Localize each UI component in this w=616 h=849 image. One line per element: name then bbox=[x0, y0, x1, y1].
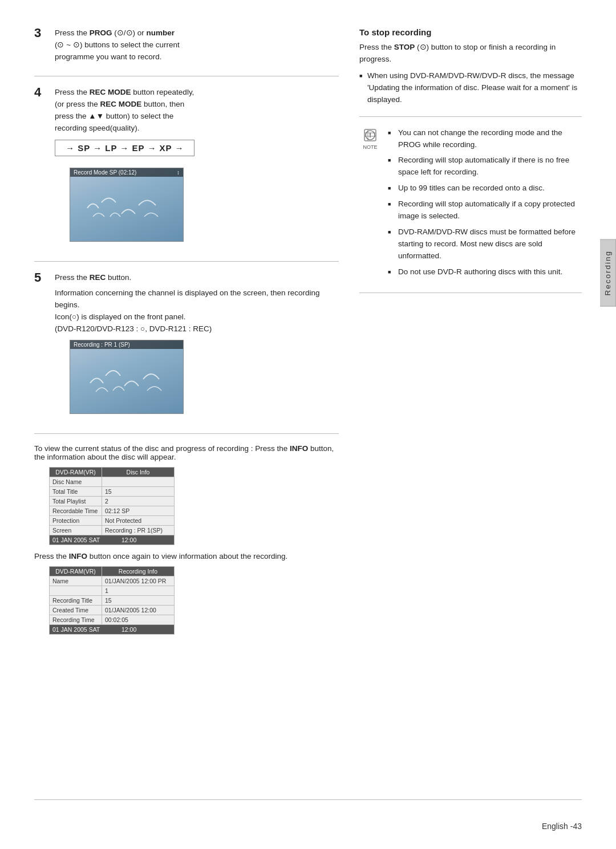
disc-table-header-left: DVD-RAM(VR) bbox=[50, 468, 102, 477]
table-row: Created Time 01/JAN/2005 12:00 bbox=[50, 606, 175, 615]
right-divider-1 bbox=[359, 116, 582, 117]
name-label-2 bbox=[50, 586, 102, 596]
footer-language: English bbox=[542, 822, 568, 831]
step-4-number: 4 bbox=[34, 86, 49, 99]
recording-sidebar-tab: Recording bbox=[600, 239, 616, 307]
info-paragraph: To view the current status of the disc a… bbox=[34, 444, 339, 461]
footer-divider bbox=[34, 799, 582, 800]
info-paragraph-2: Press the INFO button once again to view… bbox=[34, 552, 339, 560]
left-column: 3 Press the PROG (⊙/⊙) or number(⊙ ~ ⊙) … bbox=[34, 27, 339, 640]
table-row: Screen Recording : PR 1(SP) bbox=[50, 526, 175, 535]
footer-text: English -43 bbox=[542, 822, 582, 831]
birds-decoration-2 bbox=[82, 358, 173, 403]
note-icon bbox=[362, 127, 378, 143]
table-row: Total Title 15 bbox=[50, 487, 175, 497]
list-item: Do not use DVD-R authoring discs with th… bbox=[388, 266, 582, 278]
step-3-content: Press the PROG (⊙/⊙) or number(⊙ ~ ⊙) bu… bbox=[55, 27, 339, 63]
rec-info-table-wrap: DVD-RAM(VR) Recording Info Name 01/JAN/2… bbox=[49, 566, 175, 635]
step-3-number: 3 bbox=[34, 26, 49, 40]
mode-box: → SP → LP → EP → XP → bbox=[55, 140, 194, 156]
rec-table-header-right: Recording Info bbox=[102, 567, 174, 576]
table-row: Total Playlist 2 bbox=[50, 497, 175, 506]
divider-2 bbox=[34, 261, 339, 262]
svg-point-6 bbox=[370, 136, 371, 137]
screen-image-1: Record Mode SP (02:12) ↕ bbox=[70, 168, 184, 242]
screen-label: Screen bbox=[50, 526, 102, 535]
recording-time-label: Recording Time bbox=[50, 615, 102, 625]
screen-image-2: Recording : PR 1 (SP) bbox=[70, 340, 184, 414]
list-item: DVD-RAM/DVD-RW discs must be formatted b… bbox=[388, 226, 582, 262]
step-5-text: Press the REC button. bbox=[55, 272, 339, 284]
list-item: Recording will stop automatically if a c… bbox=[388, 198, 582, 222]
stop-recording-section: To stop recording Press the STOP (⊙) but… bbox=[359, 27, 582, 106]
disc-table-footer: 01 JAN 2005 SAT 12:00 bbox=[50, 535, 175, 545]
table-row: Recording Title 15 bbox=[50, 596, 175, 606]
table-row: 1 bbox=[50, 586, 175, 596]
screen-2-bar-text: Recording : PR 1 (SP) bbox=[74, 342, 130, 348]
note-content: You can not change the recording mode an… bbox=[388, 127, 582, 282]
divider-3 bbox=[34, 433, 339, 434]
step-5-content: Press the REC button. Information concer… bbox=[55, 272, 339, 421]
rec-title-value: 15 bbox=[102, 596, 174, 606]
disc-info-table-wrap: DVD-RAM(VR) Disc Info Disc Name Total Ti… bbox=[49, 467, 175, 545]
disc-name-value bbox=[102, 477, 174, 487]
step-3: 3 Press the PROG (⊙/⊙) or number(⊙ ~ ⊙) … bbox=[34, 27, 339, 63]
recordable-time-label: Recordable Time bbox=[50, 506, 102, 516]
step-4-text: Press the REC MODE button repeatedly,(or… bbox=[55, 87, 339, 135]
footer-page-number: -43 bbox=[570, 822, 582, 831]
note-block: NOTE You can not change the recording mo… bbox=[359, 127, 582, 282]
table-row: Disc Name bbox=[50, 477, 175, 487]
total-playlist-label: Total Playlist bbox=[50, 497, 102, 506]
rec-table-footer-row: 01 JAN 2005 SAT 12:00 bbox=[50, 625, 175, 635]
step-4: 4 Press the REC MODE button repeatedly,(… bbox=[34, 87, 339, 249]
name-label: Name bbox=[50, 576, 102, 586]
rec-table-footer: 01 JAN 2005 SAT 12:00 bbox=[50, 625, 175, 635]
step-5: 5 Press the REC button. Information conc… bbox=[34, 272, 339, 421]
page: 3 Press the PROG (⊙/⊙) or number(⊙ ~ ⊙) … bbox=[0, 0, 616, 849]
name-value: 01/JAN/2005 12:00 PR bbox=[102, 576, 174, 586]
table-row: Recording Time 00:02:05 bbox=[50, 615, 175, 625]
table-footer-row: 01 JAN 2005 SAT 12:00 bbox=[50, 535, 175, 545]
right-column: To stop recording Press the STOP (⊙) but… bbox=[359, 27, 582, 640]
list-item: Up to 99 titles can be recorded onto a d… bbox=[388, 182, 582, 194]
step-5-number: 5 bbox=[34, 271, 49, 285]
stop-bullets: When using DVD-RAM/DVD-RW/DVD-R discs, t… bbox=[359, 70, 582, 106]
recordable-time-value: 02:12 SP bbox=[102, 506, 174, 516]
note-label: NOTE bbox=[363, 144, 377, 150]
disc-name-label: Disc Name bbox=[50, 477, 102, 487]
note-icon-wrap: NOTE bbox=[359, 127, 381, 150]
screen-1-bar: Record Mode SP (02:12) ↕ bbox=[70, 168, 183, 177]
rec-table-header-left: DVD-RAM(VR) bbox=[50, 567, 102, 576]
page-footer: English -43 bbox=[0, 822, 616, 831]
created-time-value: 01/JAN/2005 12:00 bbox=[102, 606, 174, 615]
step-3-text: Press the PROG (⊙/⊙) or number(⊙ ~ ⊙) bu… bbox=[55, 27, 339, 63]
rec-info-table: DVD-RAM(VR) Recording Info Name 01/JAN/2… bbox=[49, 566, 175, 635]
disc-table-header-right: Disc Info bbox=[102, 468, 174, 477]
total-playlist-value: 2 bbox=[102, 497, 174, 506]
total-title-value: 15 bbox=[102, 487, 174, 497]
created-time-label: Created Time bbox=[50, 606, 102, 615]
step-4-content: Press the REC MODE button repeatedly,(or… bbox=[55, 87, 339, 249]
stop-recording-text: Press the STOP (⊙) button to stop or fin… bbox=[359, 42, 582, 66]
birds-decoration-1 bbox=[82, 185, 173, 231]
disc-info-table: DVD-RAM(VR) Disc Info Disc Name Total Ti… bbox=[49, 467, 175, 545]
divider-1 bbox=[34, 76, 339, 76]
table-row: Protection Not Protected bbox=[50, 516, 175, 526]
recording-time-value: 00:02:05 bbox=[102, 615, 174, 625]
protection-value: Not Protected bbox=[102, 516, 174, 526]
rec-title-label: Recording Title bbox=[50, 596, 102, 606]
protection-label: Protection bbox=[50, 516, 102, 526]
screen-1-bar-icon: ↕ bbox=[177, 169, 180, 176]
screen-value: Recording : PR 1(SP) bbox=[102, 526, 174, 535]
table-row: Recordable Time 02:12 SP bbox=[50, 506, 175, 516]
right-divider-2 bbox=[359, 293, 582, 293]
list-item: Recording will stop automatically if the… bbox=[388, 155, 582, 178]
list-item: When using DVD-RAM/DVD-RW/DVD-R discs, t… bbox=[359, 70, 582, 106]
note-list: You can not change the recording mode an… bbox=[388, 127, 582, 278]
stop-recording-title: To stop recording bbox=[359, 27, 582, 37]
total-title-label: Total Title bbox=[50, 487, 102, 497]
screen-2-bar: Recording : PR 1 (SP) bbox=[70, 340, 183, 349]
screen-1-bar-text: Record Mode SP (02:12) bbox=[74, 169, 136, 176]
list-item: You can not change the recording mode an… bbox=[388, 127, 582, 151]
name-value-2: 1 bbox=[102, 586, 174, 596]
